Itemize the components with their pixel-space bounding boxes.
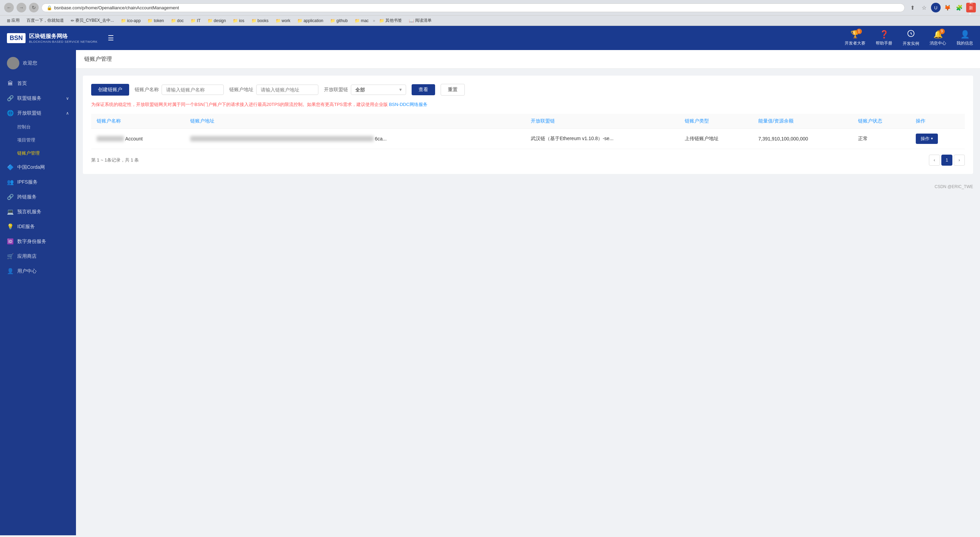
col-action: 操作	[910, 114, 965, 129]
table-header-row: 链账户名称 链账户地址 开放联盟链 链账户类型 能量值/资源余额 链账户状态 操…	[91, 114, 965, 129]
bookmark-icon[interactable]: ☆	[919, 3, 929, 13]
sidebar: 欢迎您 🏛 首页 🔗 联盟链服务 ∨ 🌐 开放联盟链 ∧ 控制台 项目管理 链账…	[0, 50, 76, 535]
bookmark-folder-ico[interactable]: 📁 ico-app	[118, 17, 143, 24]
user-icon: 👤	[960, 30, 970, 39]
sidebar-item-chain-account[interactable]: 链账户管理	[7, 147, 76, 160]
forward-button[interactable]: →	[17, 3, 26, 13]
address-bar[interactable]: 🔒 bsnbase.com/p/home/Openalliance/chainA…	[41, 3, 905, 12]
sidebar-oracle-label: 预言机服务	[17, 209, 41, 215]
search-addr-input[interactable]	[256, 84, 318, 95]
contest-badge: 1	[856, 29, 862, 34]
search-button[interactable]: 查看	[412, 84, 435, 95]
warning-content: 为保证系统的稳定性，开放联盟链网关对属于同一个BSN门户账户下的请求接入进行最高…	[91, 102, 388, 107]
sidebar-welcome: 欢迎您	[0, 50, 76, 76]
sidebar-item-console[interactable]: 控制台	[7, 121, 76, 133]
account-type: 上传链账户地址	[685, 136, 719, 141]
user-avatar	[7, 57, 19, 69]
sidebar-item-user-center[interactable]: 👤 用户中心	[0, 264, 76, 278]
create-account-button[interactable]: 创建链账户	[91, 84, 129, 95]
sidebar-item-digital-id[interactable]: 🆔 数字身份服务	[0, 234, 76, 249]
sidebar-item-corda[interactable]: 🔷 中国Corda网	[0, 160, 76, 175]
sidebar-item-project-mgmt[interactable]: 项目管理	[7, 133, 76, 147]
nav-my-info-label: 我的信息	[956, 40, 973, 46]
account-addr-suffix: 6ca...	[375, 136, 387, 141]
nav-dev-example[interactable]: 开发实例	[903, 30, 919, 47]
bookmark-folder-it[interactable]: 📁 IT	[188, 17, 204, 24]
next-page-button[interactable]: ›	[954, 155, 965, 166]
sidebar-digital-id-label: 数字身份服务	[17, 238, 46, 245]
page-1-button[interactable]: 1	[941, 155, 952, 166]
bookmark-baidu[interactable]: 百度一下，你就知道	[24, 17, 67, 24]
bookmark-more[interactable]: »	[373, 18, 375, 23]
main-card: 创建链账户 链账户名称 链账户地址 开放联盟链 全部	[83, 76, 973, 174]
sidebar-item-ide[interactable]: 💡 IDE服务	[0, 219, 76, 234]
sidebar-open-alliance-sub: 控制台 项目管理 链账户管理	[0, 121, 76, 160]
bookmark-folder-token[interactable]: 📁 token	[145, 17, 167, 24]
cell-type: 上传链账户地址	[679, 129, 753, 149]
sidebar-item-home[interactable]: 🏛 首页	[0, 76, 76, 91]
bookmark-folder-ios[interactable]: 📁 ios	[230, 17, 247, 24]
refresh-button[interactable]: ↻	[29, 3, 39, 13]
extension-icon[interactable]: 🦊	[943, 3, 952, 13]
open-alliance-arrow-icon: ∧	[66, 111, 69, 116]
bookmark-apps[interactable]: ⊞ 应用	[4, 17, 22, 24]
page-footer: CSDN @ERIC_TWE	[76, 181, 980, 192]
app-body: 欢迎您 🏛 首页 🔗 联盟链服务 ∨ 🌐 开放联盟链 ∧ 控制台 项目管理 链账…	[0, 50, 980, 535]
warning-link[interactable]: BSN-DDC网络服务	[389, 102, 427, 107]
menu-toggle-button[interactable]: ☰	[108, 34, 114, 42]
action-button[interactable]: 操作 ▾	[916, 133, 938, 144]
col-chain: 开放联盟链	[525, 114, 679, 129]
bookmark-folder-books[interactable]: 📁 books	[249, 17, 271, 24]
search-name-label: 链账户名称	[135, 87, 159, 93]
bookmark-folder-work[interactable]: 📁 work	[273, 17, 293, 24]
prev-page-button[interactable]: ‹	[929, 155, 940, 166]
nav-help-label: 帮助手册	[876, 40, 892, 46]
search-chain-field: 开放联盟链 全部 武汉链 其他链 ▼	[324, 84, 406, 95]
bookmark-other[interactable]: 📁 其他书签	[376, 17, 405, 24]
chain-select[interactable]: 全部 武汉链 其他链	[351, 84, 406, 95]
app-store-icon: 🛒	[7, 253, 14, 259]
bsn-logo: BSN 区块链服务网络 BLOCKCHAIN-BASED SERVICE NET…	[7, 33, 97, 43]
bookmark-folder-doc[interactable]: 📁 doc	[168, 17, 186, 24]
col-balance: 能量值/资源余额	[753, 114, 853, 129]
col-type: 链账户类型	[679, 114, 753, 129]
sidebar-corda-label: 中国Corda网	[17, 164, 45, 170]
nav-messages[interactable]: 🔔 9 消息中心	[929, 30, 946, 46]
nav-my-info[interactable]: 👤 我的信息	[956, 30, 973, 46]
bookmark-reading[interactable]: 📖 阅读清单	[406, 17, 434, 24]
bookmark-folder-app[interactable]: 📁 application	[294, 17, 326, 24]
sidebar-item-ipfs[interactable]: 👥 IPFS服务	[0, 175, 76, 189]
back-button[interactable]: ←	[4, 3, 14, 13]
search-name-input[interactable]	[162, 84, 224, 95]
sidebar-item-oracle[interactable]: 💻 预言机服务	[0, 204, 76, 219]
col-address: 链账户地址	[185, 114, 525, 129]
profile-icon[interactable]: U	[931, 3, 941, 13]
nav-developer-contest[interactable]: 🏆 1 开发者大赛	[845, 30, 865, 46]
sidebar-item-cross-chain[interactable]: 🔗 跨链服务	[0, 189, 76, 204]
share-icon[interactable]: ⬆	[907, 3, 917, 13]
main-content: 链账户管理 创建链账户 链账户名称 链账户地址 开放联盟链	[76, 50, 980, 535]
chain-select-wrapper: 全部 武汉链 其他链 ▼	[351, 84, 406, 95]
cell-chain: 武汉链（基于Ethereum v1.10.8）-se...	[525, 129, 679, 149]
bookmark-folder-design[interactable]: 📁 design	[205, 17, 229, 24]
pagination-bar: 第 1 ~ 1条记录，共 1 条 ‹ 1 ›	[91, 155, 965, 166]
nav-help-manual[interactable]: ❓ 帮助手册	[876, 30, 892, 46]
sidebar-item-app-store[interactable]: 🛒 应用商店	[0, 249, 76, 264]
developer-contest-icon: 🏆 1	[851, 30, 860, 39]
welcome-text: 欢迎您	[23, 60, 37, 66]
extensions-icon[interactable]: 🧩	[955, 3, 964, 13]
cell-balance: 7,391,910,100,000,000	[753, 129, 853, 149]
bookmark-cybex[interactable]: ✏ 赛贝_CYBEX_去中...	[68, 17, 117, 24]
logo-box: BSN	[7, 33, 25, 43]
bookmark-folder-mac[interactable]: 📁 mac	[352, 17, 372, 24]
home-icon: 🏛	[7, 80, 14, 87]
bookmark-folder-github[interactable]: 📁 github	[327, 17, 350, 24]
sidebar-item-open-alliance[interactable]: 🌐 开放联盟链 ∧	[0, 106, 76, 121]
reset-button[interactable]: 重置	[441, 84, 465, 95]
sidebar-item-alliance-chain[interactable]: 🔗 联盟链服务 ∨	[0, 91, 76, 106]
pagination-info: 第 1 ~ 1条记录，共 1 条	[91, 157, 139, 163]
action-label: 操作	[921, 136, 929, 142]
browser-chrome: ← → ↻ 🔒 bsnbase.com/p/home/Openalliance/…	[0, 0, 980, 16]
cell-status: 正常	[853, 129, 910, 149]
update-button[interactable]: 更新 »	[966, 3, 976, 13]
